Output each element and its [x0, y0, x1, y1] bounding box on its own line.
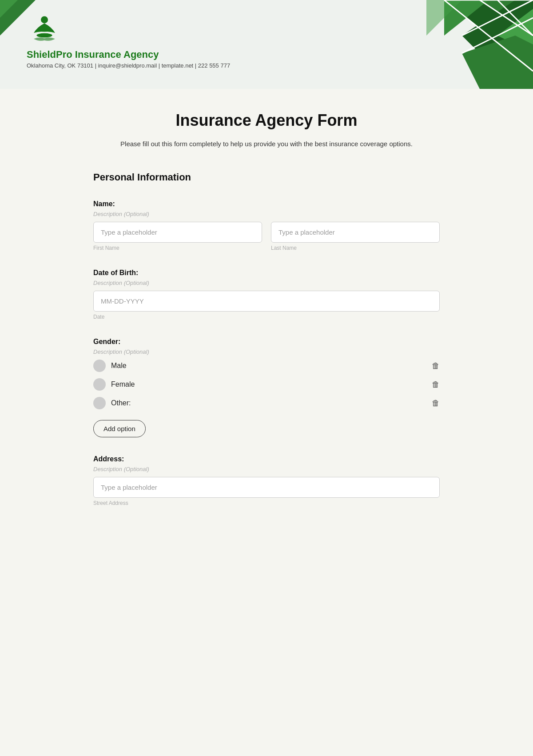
delete-other-icon[interactable]: 🗑 [432, 399, 440, 408]
form-container: Insurance Agency Form Please fill out th… [67, 89, 466, 560]
first-name-wrapper: First Name [93, 222, 262, 251]
add-option-label: Add option [103, 425, 135, 432]
company-name: ShieldPro Insurance Agency [27, 49, 159, 60]
address-wrapper: Street Address [93, 477, 440, 506]
gender-option-male-left: Male [93, 360, 127, 372]
add-option-button[interactable]: Add option [93, 420, 146, 437]
field-label-name: Name: [93, 200, 440, 208]
field-group-gender: Gender: Description (Optional) Male 🗑 Fe… [93, 338, 440, 437]
radio-label-female: Female [111, 380, 135, 388]
radio-label-other: Other: [111, 399, 131, 407]
dob-sublabel: Date [93, 314, 440, 320]
company-address: Oklahoma City, OK 73101 | inquire@shield… [27, 62, 230, 69]
radio-circle-male[interactable] [93, 360, 106, 372]
gender-option-other: Other: 🗑 [93, 397, 440, 409]
field-group-address: Address: Description (Optional) Street A… [93, 455, 440, 506]
dob-input[interactable] [93, 291, 440, 312]
field-label-dob: Date of Birth: [93, 269, 440, 277]
last-name-wrapper: Last Name [271, 222, 440, 251]
delete-male-icon[interactable]: 🗑 [432, 361, 440, 371]
radio-label-male: Male [111, 362, 127, 370]
radio-circle-other[interactable] [93, 397, 106, 409]
company-logo [27, 13, 62, 49]
header: ShieldPro Insurance Agency Oklahoma City… [0, 0, 533, 89]
svg-point-2 [41, 16, 48, 23]
first-name-input[interactable] [93, 222, 262, 243]
section-title-personal: Personal Information [93, 172, 440, 187]
field-description-name: Description (Optional) [93, 211, 440, 217]
form-description: Please fill out this form completely to … [93, 139, 440, 149]
company-info: ShieldPro Insurance Agency Oklahoma City… [27, 13, 506, 69]
radio-circle-female[interactable] [93, 378, 106, 391]
form-title: Insurance Agency Form [93, 111, 440, 130]
field-label-address: Address: [93, 455, 440, 463]
gender-option-female: Female 🗑 [93, 378, 440, 391]
field-description-dob: Description (Optional) [93, 280, 440, 286]
address-sublabel: Street Address [93, 500, 440, 506]
gender-option-male: Male 🗑 [93, 360, 440, 372]
first-name-sublabel: First Name [93, 245, 262, 251]
gender-option-other-left: Other: [93, 397, 131, 409]
dob-wrapper: Date [93, 291, 440, 320]
name-input-row: First Name Last Name [93, 222, 440, 251]
gender-option-female-left: Female [93, 378, 135, 391]
field-group-name: Name: Description (Optional) First Name … [93, 200, 440, 251]
svg-point-3 [36, 33, 52, 38]
field-label-gender: Gender: [93, 338, 440, 346]
field-group-dob: Date of Birth: Description (Optional) Da… [93, 269, 440, 320]
field-description-gender: Description (Optional) [93, 348, 440, 355]
field-description-address: Description (Optional) [93, 466, 440, 472]
last-name-sublabel: Last Name [271, 245, 440, 251]
address-input[interactable] [93, 477, 440, 498]
delete-female-icon[interactable]: 🗑 [432, 380, 440, 389]
last-name-input[interactable] [271, 222, 440, 243]
